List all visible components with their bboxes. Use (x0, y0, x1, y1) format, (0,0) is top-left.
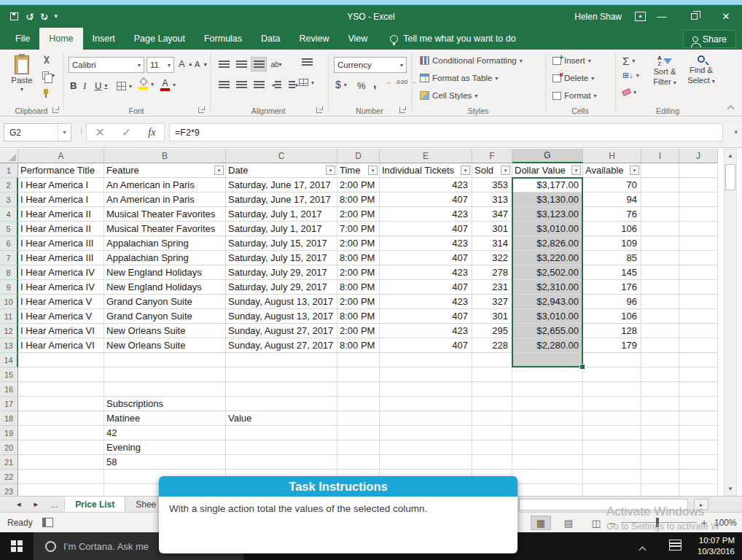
page-layout-view-button[interactable]: ▤ (558, 516, 579, 530)
insert-cells-button[interactable]: Insert▾ (552, 56, 591, 65)
cell-F18[interactable] (472, 411, 512, 426)
cell-B8[interactable]: New England Holidays (104, 265, 226, 280)
cell-A9[interactable]: I Hear America IV (18, 280, 104, 295)
cell-G20[interactable] (512, 440, 583, 455)
font-dialog-launcher[interactable] (198, 107, 204, 113)
cell-C7[interactable]: Saturday, July 15, 2017 (226, 251, 337, 265)
share-button[interactable]: Share (683, 30, 736, 48)
cell-E12[interactable]: 423 (380, 324, 472, 338)
cell-D8[interactable]: 2:00 PM (337, 265, 380, 280)
cell-B13[interactable]: New Orleans Suite (104, 338, 226, 353)
row-header-12[interactable]: 12 (0, 324, 18, 338)
cell-A13[interactable]: I Hear America VI (18, 338, 104, 353)
vertical-scrollbar[interactable]: ▲ ▼ (724, 149, 737, 496)
cell-H18[interactable] (583, 411, 641, 426)
cell-B15[interactable] (104, 368, 226, 382)
cell-H7[interactable]: 85 (583, 251, 641, 265)
cell-G22[interactable] (512, 470, 583, 484)
align-center-button[interactable] (233, 77, 249, 92)
cell-H10[interactable]: 96 (583, 295, 641, 309)
cell-E4[interactable]: 423 (380, 207, 472, 222)
cell-I4[interactable] (641, 207, 679, 222)
cell-E18[interactable] (380, 411, 472, 426)
row-header-15[interactable]: 15 (0, 368, 18, 382)
copy-button[interactable]: ▾ (42, 71, 55, 79)
paste-button[interactable]: Paste ▾ (6, 54, 38, 105)
cell-J9[interactable] (679, 280, 718, 295)
cell-B19[interactable]: 42 (104, 426, 226, 440)
cell-J12[interactable] (679, 324, 718, 338)
cell-C11[interactable]: Sunday, August 13, 2017 (226, 309, 337, 324)
cell-E14[interactable] (380, 353, 472, 368)
cell-E8[interactable]: 423 (380, 265, 472, 280)
normal-view-button[interactable]: ▦ (531, 516, 551, 530)
cell-E21[interactable] (380, 455, 472, 470)
cell-C8[interactable]: Saturday, July 29, 2017 (226, 265, 337, 280)
cell-B4[interactable]: Musical Theater Favorites (104, 207, 226, 222)
column-header-E[interactable]: E (380, 149, 472, 163)
taskbar-clock[interactable]: 10:07 PM 10/3/2016 (684, 535, 735, 557)
cell-G2[interactable]: $3,177.00 (512, 178, 583, 192)
cell-I6[interactable] (641, 236, 679, 251)
cell-J17[interactable] (679, 397, 718, 411)
cell-J2[interactable] (679, 178, 718, 192)
cell-I5[interactable] (641, 222, 679, 236)
cell-E10[interactable]: 423 (380, 295, 472, 309)
tab-data[interactable]: Data (251, 28, 289, 50)
cell-G8[interactable]: $2,502.00 (512, 265, 583, 280)
cell-G14[interactable] (512, 353, 583, 368)
row-header-10[interactable]: 10 (0, 295, 18, 309)
cell-J5[interactable] (679, 222, 718, 236)
cell-G11[interactable]: $3,010.00 (512, 309, 583, 324)
column-header-B[interactable]: B (104, 149, 226, 163)
cell-E11[interactable]: 407 (380, 309, 472, 324)
cell-G10[interactable]: $2,943.00 (512, 295, 583, 309)
cell-D4[interactable]: 2:00 PM (337, 207, 380, 222)
cell-F9[interactable]: 231 (472, 280, 512, 295)
cell-A21[interactable] (18, 455, 104, 470)
row-header-22[interactable]: 22 (0, 470, 18, 484)
cell-I19[interactable] (641, 426, 679, 440)
cell-C15[interactable] (226, 368, 337, 382)
minimize-button[interactable]: — (646, 5, 678, 28)
cell-A3[interactable]: I Hear America I (18, 192, 104, 207)
borders-button[interactable]: ▾ (117, 82, 132, 90)
tab-view[interactable]: View (338, 28, 377, 50)
cell-H2[interactable]: 70 (583, 178, 641, 192)
cell-F13[interactable]: 228 (472, 338, 512, 353)
cell-C10[interactable]: Sunday, August 13, 2017 (226, 295, 337, 309)
row-header-21[interactable]: 21 (0, 455, 18, 470)
font-size-combo[interactable]: 11▾ (147, 57, 174, 73)
cell-J23[interactable] (679, 484, 718, 496)
cell-D2[interactable]: 2:00 PM (337, 178, 380, 192)
decrease-indent-button[interactable]: ◂ (268, 77, 284, 92)
cell-J20[interactable] (679, 440, 718, 455)
zoom-slider-track[interactable] (621, 522, 697, 523)
cell-F11[interactable]: 301 (472, 309, 512, 324)
cell-I10[interactable] (641, 295, 679, 309)
cell-D17[interactable] (337, 397, 380, 411)
cell-H9[interactable]: 176 (583, 280, 641, 295)
start-button[interactable] (0, 532, 34, 560)
cell-B1[interactable]: Feature▾ (104, 163, 226, 178)
cell-J21[interactable] (679, 455, 718, 470)
row-header-1[interactable]: 1 (0, 163, 18, 178)
cell-A17[interactable] (18, 397, 104, 411)
increase-decimal-button[interactable]: ←.0 (386, 79, 400, 85)
cell-C18[interactable]: Value (226, 411, 337, 426)
cell-I16[interactable] (641, 382, 679, 397)
cell-I7[interactable] (641, 251, 679, 265)
cell-I8[interactable] (641, 265, 679, 280)
cell-A7[interactable]: I Hear America III (18, 251, 104, 265)
cell-J4[interactable] (679, 207, 718, 222)
cell-D6[interactable]: 2:00 PM (337, 236, 380, 251)
cell-H23[interactable] (583, 484, 641, 496)
conditional-formatting-button[interactable]: Conditional Formatting▾ (420, 56, 523, 65)
cell-F12[interactable]: 295 (472, 324, 512, 338)
cell-I1[interactable] (641, 163, 679, 178)
cell-A1[interactable]: Performance Title (18, 163, 104, 178)
macro-record-icon[interactable] (42, 518, 53, 527)
cell-B10[interactable]: Grand Canyon Suite (104, 295, 226, 309)
alignment-dialog-launcher[interactable] (316, 107, 322, 113)
tab-home[interactable]: Home (39, 28, 82, 50)
